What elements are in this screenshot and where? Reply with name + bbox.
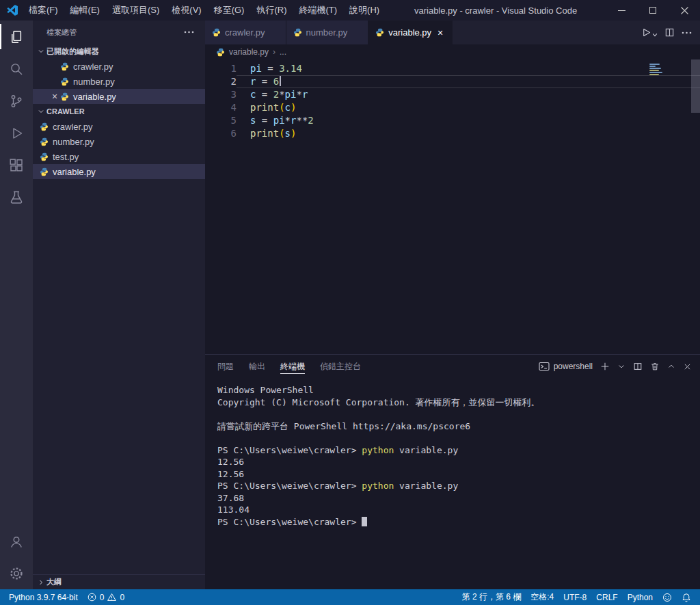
code-line-4[interactable]: 4print(c)	[205, 101, 700, 114]
eol-label: CRLF	[596, 593, 617, 602]
activity-search[interactable]	[0, 53, 33, 85]
menu-bar: 檔案(F)編輯(E)選取項目(S)檢視(V)移至(G)執行(R)終端機(T)說明…	[23, 0, 386, 21]
close-icon	[681, 7, 688, 14]
indentation-status[interactable]: 空格:4	[526, 589, 558, 605]
terminal-line: 12.56	[217, 456, 700, 468]
file-item-variable.py[interactable]: variable.py	[33, 164, 205, 179]
code-line-3[interactable]: 3c = 2*pi*r	[205, 88, 700, 101]
breadcrumb[interactable]: variable.py › ...	[205, 44, 700, 59]
activity-bar	[0, 21, 33, 589]
panel-tab-terminal[interactable]: 終端機	[280, 355, 305, 378]
menu-help[interactable]: 說明(H)	[343, 0, 386, 21]
tab-label: variable.py	[388, 27, 431, 38]
sidebar-explorer: 檔案總管 已開啟的編輯器 crawler.py number.py× varia…	[33, 21, 205, 589]
activity-extensions[interactable]	[0, 149, 33, 181]
language-mode-status[interactable]: Python	[623, 589, 658, 605]
close-panel-button[interactable]	[683, 362, 692, 371]
menu-selection[interactable]: 選取項目(S)	[106, 0, 165, 21]
kill-terminal-button[interactable]	[650, 362, 660, 371]
terminal-shell-selector[interactable]: powershell	[539, 361, 593, 372]
close-icon[interactable]: ×	[49, 91, 60, 102]
code-text: s = pi*r**2	[237, 114, 700, 127]
explorer-more-actions-button[interactable]	[184, 31, 194, 33]
tab-crawler.py[interactable]: crawler.py	[205, 21, 286, 44]
tab-number.py[interactable]: number.py	[286, 21, 369, 44]
more-icon	[682, 31, 692, 34]
new-terminal-button[interactable]	[600, 362, 610, 371]
file-item-number.py[interactable]: number.py	[33, 134, 205, 149]
code-line-1[interactable]: 1pi = 3.14	[205, 62, 700, 75]
terminal-line: 請嘗試新的跨平台 PowerShell https://aka.ms/pscor…	[217, 420, 700, 433]
code-line-6[interactable]: 6print(s)	[205, 127, 700, 140]
split-terminal-button[interactable]	[633, 362, 643, 371]
section-folder-crawler[interactable]: CRAWLER	[33, 104, 205, 119]
editor-more-actions-button[interactable]	[682, 31, 692, 34]
breadcrumb-more[interactable]: ...	[280, 47, 286, 57]
menu-go[interactable]: 移至(G)	[208, 0, 251, 21]
activity-account[interactable]	[0, 525, 33, 557]
file-name: crawler.py	[53, 122, 93, 132]
file-item-number.py[interactable]: number.py	[33, 74, 205, 89]
file-item-variable.py[interactable]: × variable.py	[33, 89, 205, 104]
split-terminal-icon	[633, 362, 643, 371]
feedback-icon	[662, 593, 672, 602]
terminal-output[interactable]: Windows PowerShellCopyright (C) Microsof…	[205, 378, 700, 589]
minimap-line	[649, 68, 661, 69]
minimize-button[interactable]	[606, 0, 637, 21]
panel-tab-problems[interactable]: 問題	[217, 355, 234, 378]
code-text: pi = 3.14	[237, 62, 700, 75]
activity-source-control[interactable]	[0, 85, 33, 117]
folder-files-list: crawler.py number.py test.py variable.py	[33, 119, 205, 179]
close-icon[interactable]: ×	[434, 27, 446, 39]
plus-icon	[600, 362, 610, 371]
minimap[interactable]	[649, 64, 689, 76]
terminal-dropdown-button[interactable]	[617, 362, 625, 371]
tab-variable.py[interactable]: variable.py×	[368, 21, 453, 44]
activity-testing[interactable]	[0, 181, 33, 213]
file-name: crawler.py	[73, 62, 113, 72]
menu-run[interactable]: 執行(R)	[250, 0, 293, 21]
feedback-button[interactable]	[658, 589, 677, 605]
python-interpreter-status[interactable]: Python 3.9.7 64-bit	[4, 589, 83, 605]
close-button[interactable]	[669, 0, 700, 21]
maximize-panel-button[interactable]	[667, 362, 675, 371]
python-file-icon	[40, 167, 49, 176]
error-icon	[88, 593, 96, 602]
warning-icon	[107, 593, 116, 602]
menu-view[interactable]: 檢視(V)	[165, 0, 207, 21]
menu-terminal[interactable]: 終端機(T)	[293, 0, 343, 21]
line-number: 1	[205, 62, 237, 75]
bell-icon	[682, 593, 691, 602]
notifications-button[interactable]	[677, 589, 696, 605]
section-outline[interactable]: 大綱	[33, 574, 205, 589]
code-editor[interactable]: 1pi = 3.142r = 63c = 2*pi*r4print(c)5s =…	[205, 59, 700, 354]
python-file-icon	[375, 28, 384, 37]
code-line-2[interactable]: 2r = 6	[205, 75, 700, 88]
run-python-file-button[interactable]	[641, 27, 658, 38]
python-version-label: Python 3.9.7 64-bit	[9, 593, 78, 602]
menu-edit[interactable]: 編輯(E)	[64, 0, 106, 21]
activity-run-debug[interactable]	[0, 117, 33, 149]
encoding-status[interactable]: UTF-8	[558, 589, 591, 605]
eol-status[interactable]: CRLF	[591, 589, 622, 605]
code-line-5[interactable]: 5s = pi*r**2	[205, 114, 700, 127]
file-item-crawler.py[interactable]: crawler.py	[33, 119, 205, 134]
editor-scrollbar[interactable]	[691, 59, 700, 113]
panel-tab-output[interactable]: 輸出	[249, 355, 265, 378]
cursor-position-status[interactable]: 第 2 行，第 6 欄	[457, 589, 526, 605]
chevron-down-icon	[36, 48, 46, 55]
section-open-editors[interactable]: 已開啟的編輯器	[33, 44, 205, 59]
file-item-test.py[interactable]: test.py	[33, 149, 205, 164]
panel-tab-debug-console[interactable]: 偵錯主控台	[320, 355, 361, 378]
python-file-icon	[40, 137, 49, 146]
breadcrumb-file[interactable]: variable.py	[229, 47, 269, 57]
file-item-crawler.py[interactable]: crawler.py	[33, 59, 205, 74]
split-editor-button[interactable]	[664, 27, 675, 38]
minimap-line	[649, 66, 656, 67]
terminal-line: Copyright (C) Microsoft Corporation. 著作權…	[217, 396, 700, 409]
menu-file[interactable]: 檔案(F)	[23, 0, 64, 21]
problems-status[interactable]: 0 0	[83, 589, 129, 605]
activity-settings[interactable]	[0, 557, 33, 589]
activity-explorer[interactable]	[0, 21, 33, 53]
maximize-button[interactable]	[637, 0, 669, 21]
